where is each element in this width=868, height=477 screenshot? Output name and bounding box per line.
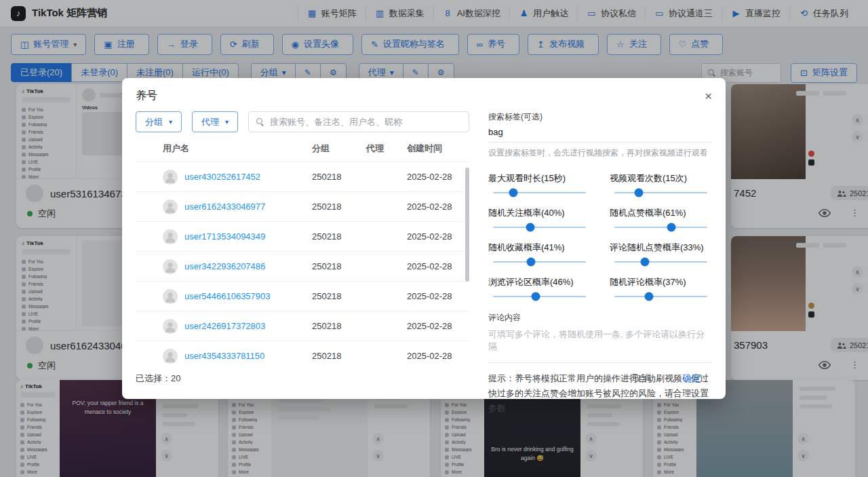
row-created: 2025-02-28 [407,351,469,361]
row-username-link[interactable]: user6162433046977 [184,202,265,212]
table-header: 用户名 分组 代理 创建时间 [136,135,469,162]
avatar [163,349,178,364]
table-row[interactable]: user3422936207486 250218 2025-02-28 [136,252,469,282]
row-group: 250218 [312,231,366,242]
slider-thumb[interactable] [509,189,518,197]
modal-group-dropdown[interactable]: 分组 ▾ [136,111,182,132]
search-icon [256,118,264,126]
slider-label: 随机关注概率(40%) [488,207,591,219]
cancel-button[interactable]: 取消 [621,368,662,389]
search-tag-label: 搜索标签(可选) [488,111,712,123]
avatar [163,170,178,185]
slider-track[interactable] [493,296,586,297]
row-group: 250218 [312,261,366,271]
row-username-link[interactable]: user2426917372803 [184,321,265,331]
selected-count-label: 已选择：20 [136,373,180,385]
row-created: 2025-02-28 [407,202,469,212]
slider-thumb[interactable] [527,258,536,267]
table-scrollbar[interactable] [465,168,469,282]
slider-track[interactable] [614,261,707,263]
caret-down-icon: ▾ [169,118,172,126]
avatar [163,259,178,274]
nurture-sliders: 最大观看时长(15秒) 视频观看次数(15次) [488,172,712,300]
slider-thumb[interactable] [532,292,540,301]
slider-thumb[interactable] [641,258,650,267]
column-group: 分组 [312,142,366,155]
slider-track[interactable] [493,261,586,263]
modal-settings-panel: 搜索标签(可选) bag 设置搜索标签时，会先进行视频搜索，再对搜索视频进行观看… [488,111,712,366]
table-row[interactable]: user1713534094349 250218 2025-02-28 [136,222,469,252]
slider: 随机收藏概率(41%) [488,242,591,265]
avatar [163,319,178,334]
row-username-link[interactable]: user3422936207486 [184,261,265,271]
row-group: 250218 [312,172,366,182]
app-root: ♪ TikTok 矩阵营销 ▦ 账号矩阵 ▥ 数据采集 8 AI数据深挖 [0,0,868,477]
slider: 评论随机点赞概率(33%) [610,242,712,265]
row-group: 250218 [312,291,366,301]
table-row[interactable]: user4354333781150 250218 2025-02-28 [136,341,469,366]
table-row[interactable]: user54466106357903 250218 2025-02-28 [136,282,469,311]
modal-account-panel: 分组 ▾ 代理 ▾ 搜索账号、备注名、用户名、昵称 用户名 分组 [136,111,469,366]
row-username-link[interactable]: user54466106357903 [184,291,271,301]
slider: 浏览评论区概率(46%) [488,276,591,300]
slider: 视频观看次数(15次) [610,172,712,196]
row-username-link[interactable]: user430252617452 [184,172,260,182]
row-group: 250218 [312,351,366,361]
search-tag-hint: 设置搜索标签时，会先进行视频搜索，再对搜索视频进行观看 [488,147,712,159]
slider-track[interactable] [493,227,586,228]
slider-label: 最大观看时长(15秒) [488,172,591,185]
row-created: 2025-02-28 [407,291,469,301]
row-created: 2025-02-28 [407,231,469,242]
row-created: 2025-02-28 [407,321,469,331]
table-row[interactable]: user6162433046977 250218 2025-02-28 [136,192,469,222]
slider: 随机点赞概率(61%) [610,207,712,231]
selected-count: 20 [171,373,180,383]
column-username: 用户名 [163,142,312,155]
column-created: 创建时间 [407,142,469,155]
slider-label: 随机评论概率(37%) [610,276,712,288]
slider-label: 评论随机点赞概率(33%) [610,242,712,254]
slider: 最大观看时长(15秒) [488,172,591,196]
slider: 随机评论概率(37%) [610,276,712,300]
slider-label: 视频观看次数(15次) [610,172,712,185]
avatar [163,199,178,214]
row-group: 250218 [312,202,366,212]
modal-search-placeholder: 搜索账号、备注名、用户名、昵称 [270,116,402,128]
slider-track[interactable] [614,227,707,228]
slider-track[interactable] [493,192,586,193]
slider: 随机关注概率(40%) [488,207,591,231]
modal-footer: 已选择：20 取消 确定 [136,366,712,391]
close-icon[interactable]: × [705,90,712,102]
comment-content-textarea[interactable]: 可填写多个评论，将随机使用一条, 多个评论请以换行分隔 [488,328,712,353]
slider-thumb[interactable] [634,189,643,197]
slider-thumb[interactable] [644,292,653,301]
table-body: user430252617452 250218 2025-02-28 user6… [136,162,469,366]
avatar [163,289,178,304]
row-username-link[interactable]: user4354333781150 [184,351,264,361]
nurture-account-modal: 养号 × 分组 ▾ 代理 ▾ 搜索账号、备注名、用户名、昵称 [122,78,726,399]
search-tag-input[interactable]: bag [488,123,712,142]
table-row[interactable]: user430252617452 250218 2025-02-28 [136,162,469,192]
row-username-link[interactable]: user1713534094349 [184,231,265,242]
confirm-button[interactable]: 确定 [671,368,712,389]
column-proxy: 代理 [366,142,407,155]
slider-label: 随机点赞概率(61%) [610,207,712,219]
table-row[interactable]: user2426917372803 250218 2025-02-28 [136,311,469,341]
modal-title: 养号 [136,89,157,103]
comment-content-label: 评论内容 [488,312,712,324]
slider-track[interactable] [614,296,707,297]
divider [488,362,712,363]
row-group: 250218 [312,321,366,331]
row-created: 2025-02-28 [407,261,469,271]
caret-down-icon: ▾ [225,118,229,126]
modal-search-input[interactable]: 搜索账号、备注名、用户名、昵称 [248,111,469,132]
avatar [163,229,178,244]
slider-label: 随机收藏概率(41%) [488,242,591,254]
modal-proxy-dropdown[interactable]: 代理 ▾ [192,111,238,132]
row-created: 2025-02-28 [407,172,469,182]
slider-track[interactable] [614,192,707,193]
slider-thumb[interactable] [526,223,534,232]
slider-thumb[interactable] [667,223,675,232]
slider-label: 浏览评论区概率(46%) [488,276,591,288]
